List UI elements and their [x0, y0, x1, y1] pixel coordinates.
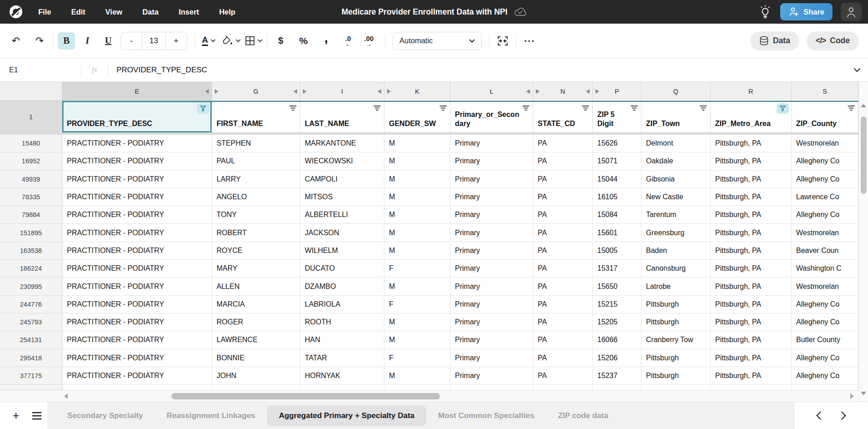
- header-cell-R1[interactable]: ZIP_Metro_Area: [711, 101, 792, 133]
- horizontal-scrollbar-thumb[interactable]: [172, 393, 440, 399]
- cell-P-row-244776[interactable]: 15215: [593, 296, 641, 313]
- cell-L-row-151895[interactable]: Primary: [450, 224, 533, 242]
- app-logo-icon[interactable]: [9, 5, 23, 19]
- cell-L-row-49939[interactable]: Primary: [450, 171, 533, 188]
- next-sheet-button[interactable]: [838, 411, 846, 419]
- cell-Q-row-186224[interactable]: Canonsburg: [641, 260, 711, 278]
- cell-L-row-245793[interactable]: Primary: [450, 313, 533, 331]
- hidden-column-left-arrow-icon[interactable]: [378, 89, 381, 94]
- italic-button[interactable]: I: [79, 32, 96, 50]
- menu-item-data[interactable]: Data: [142, 8, 159, 16]
- row-header-245793[interactable]: 245793: [0, 313, 62, 331]
- formula-input[interactable]: PROVIDER_TYPE_DESC: [108, 66, 853, 75]
- scroll-down-arrow-icon[interactable]: [861, 392, 866, 395]
- font-size-value[interactable]: 13: [142, 32, 166, 50]
- cell-R-row-79884[interactable]: Pittsburgh, PA: [711, 206, 792, 224]
- cell-Q-row-15480[interactable]: Delmont: [641, 135, 711, 152]
- expand-formula-bar-icon[interactable]: [853, 68, 861, 72]
- cell-E-row-230995[interactable]: PRACTITIONER - PODIATRY: [62, 278, 212, 295]
- cell-K-row-186224[interactable]: F: [384, 260, 450, 278]
- font-size-increase-button[interactable]: +: [166, 32, 187, 50]
- cell-L-row-186224[interactable]: Primary: [450, 260, 533, 278]
- bold-button[interactable]: B: [58, 32, 75, 50]
- hidden-column-left-arrow-icon[interactable]: [205, 89, 209, 94]
- hidden-column-left-arrow-icon[interactable]: [293, 89, 297, 94]
- cell-I-row-245793[interactable]: ROOTH: [300, 313, 384, 331]
- scroll-right-arrow-icon[interactable]: [850, 394, 854, 399]
- cell-Q-row-49939[interactable]: Gibsonia: [641, 171, 711, 188]
- cell-N-row-16952[interactable]: PA: [533, 152, 593, 170]
- share-button[interactable]: Share: [780, 3, 833, 20]
- cell-L-row-15480[interactable]: Primary: [450, 135, 533, 152]
- cell-E-row-163538[interactable]: PRACTITIONER - PODIATRY: [62, 242, 212, 260]
- filter-lines-icon[interactable]: [373, 105, 381, 111]
- borders-button[interactable]: [245, 32, 262, 50]
- cell-S-row-151895[interactable]: Westmorelan: [792, 224, 858, 242]
- hidden-column-left-arrow-icon[interactable]: [586, 89, 590, 94]
- cell-L-row-244776[interactable]: Primary: [450, 296, 533, 313]
- cell-N-row-79884[interactable]: PA: [533, 206, 593, 224]
- cell-N-row-244776[interactable]: PA: [533, 296, 593, 313]
- column-letter-P[interactable]: P: [593, 82, 641, 101]
- row-header-79884[interactable]: 79884: [0, 206, 62, 224]
- cell-P-row-16952[interactable]: 15071: [593, 152, 641, 170]
- cell-L-row-254131[interactable]: Primary: [450, 331, 533, 349]
- cell-R-row-151895[interactable]: Pittsburgh, PA: [711, 224, 792, 242]
- cell-S-row-230995[interactable]: Westmorelan: [792, 278, 858, 295]
- previous-sheet-button[interactable]: [816, 411, 824, 419]
- cell-I-row-186224[interactable]: DUCATO: [300, 260, 384, 278]
- selection-fill-handle[interactable]: [209, 130, 212, 133]
- sheet-tab-secondary-specialty[interactable]: Secondary Specialty: [56, 405, 155, 426]
- underline-button[interactable]: U: [100, 32, 117, 50]
- header-cell-S1[interactable]: ZIP_County: [792, 101, 858, 133]
- cell-I-row-78335[interactable]: MITSOS: [300, 188, 384, 206]
- cell-L-row-163538[interactable]: Primary: [450, 242, 533, 260]
- text-color-button[interactable]: A: [200, 32, 217, 50]
- menu-item-insert[interactable]: Insert: [179, 8, 199, 16]
- row-header-230995[interactable]: 230995: [0, 278, 62, 295]
- cell-E-row-254131[interactable]: PRACTITIONER - PODIATRY: [62, 331, 212, 349]
- cell-G-row-16952[interactable]: PAUL: [212, 152, 300, 170]
- currency-format-button[interactable]: $: [272, 32, 289, 50]
- filter-lines-icon[interactable]: [700, 105, 707, 111]
- cell-N-row-230995[interactable]: PA: [533, 278, 593, 295]
- header-cell-L1[interactable]: Primary_or_Secondary: [450, 101, 533, 133]
- horizontal-scrollbar[interactable]: [0, 390, 858, 402]
- cell-E-row-295418[interactable]: PRACTITIONER - PODIATRY: [62, 349, 212, 367]
- cell-R-row-377175[interactable]: Pittsburgh, PA: [711, 367, 792, 385]
- cell-L-row-79884[interactable]: Primary: [450, 206, 533, 224]
- cell-R-row-244776[interactable]: Pittsburgh, PA: [711, 296, 792, 313]
- fill-color-button[interactable]: [222, 32, 241, 50]
- cell-P-row-163538[interactable]: 15005: [593, 242, 641, 260]
- column-letter-R[interactable]: R: [711, 82, 792, 101]
- cell-E-row-78335[interactable]: PRACTITIONER - PODIATRY: [62, 188, 212, 206]
- row-header-377175[interactable]: 377175: [0, 367, 62, 385]
- row-header-49939[interactable]: 49939: [0, 171, 62, 188]
- cell-G-row-78335[interactable]: ANGELO: [212, 188, 300, 206]
- cell-P-row-295418[interactable]: 15206: [593, 349, 641, 367]
- row-header-244776[interactable]: 244776: [0, 296, 62, 313]
- column-letter-L[interactable]: L: [450, 82, 533, 101]
- cell-S-row-295418[interactable]: Allegheny Co: [792, 349, 858, 367]
- column-letter-E[interactable]: E: [62, 82, 212, 101]
- filter-lines-icon[interactable]: [522, 105, 530, 111]
- cell-S-row-16952[interactable]: Allegheny Co: [792, 152, 858, 170]
- filter-lines-icon[interactable]: [439, 105, 447, 111]
- scroll-left-arrow-icon[interactable]: [64, 394, 68, 399]
- cell-S-row-49939[interactable]: Allegheny Co: [792, 171, 858, 188]
- cell-K-row-163538[interactable]: M: [384, 242, 450, 260]
- cell-R-row-230995[interactable]: Pittsburgh, PA: [711, 278, 792, 295]
- comma-format-button[interactable]: ,: [318, 32, 335, 50]
- cell-I-row-244776[interactable]: LABRIOLA: [300, 296, 384, 313]
- cell-K-row-15480[interactable]: M: [384, 135, 450, 152]
- menu-item-help[interactable]: Help: [219, 8, 236, 16]
- cell-Q-row-151895[interactable]: Greensburg: [641, 224, 711, 242]
- cell-K-row-79884[interactable]: M: [384, 206, 450, 224]
- decrease-decimal-button[interactable]: .0←: [339, 32, 357, 50]
- cell-E-row-79884[interactable]: PRACTITIONER - PODIATRY: [62, 206, 212, 224]
- cell-S-row-377175[interactable]: Allegheny Co: [792, 367, 858, 385]
- hidden-column-right-arrow-icon[interactable]: [595, 89, 599, 94]
- row-header-186224[interactable]: 186224: [0, 260, 62, 278]
- column-letter-K[interactable]: K: [384, 82, 450, 101]
- hidden-column-right-arrow-icon[interactable]: [303, 89, 307, 94]
